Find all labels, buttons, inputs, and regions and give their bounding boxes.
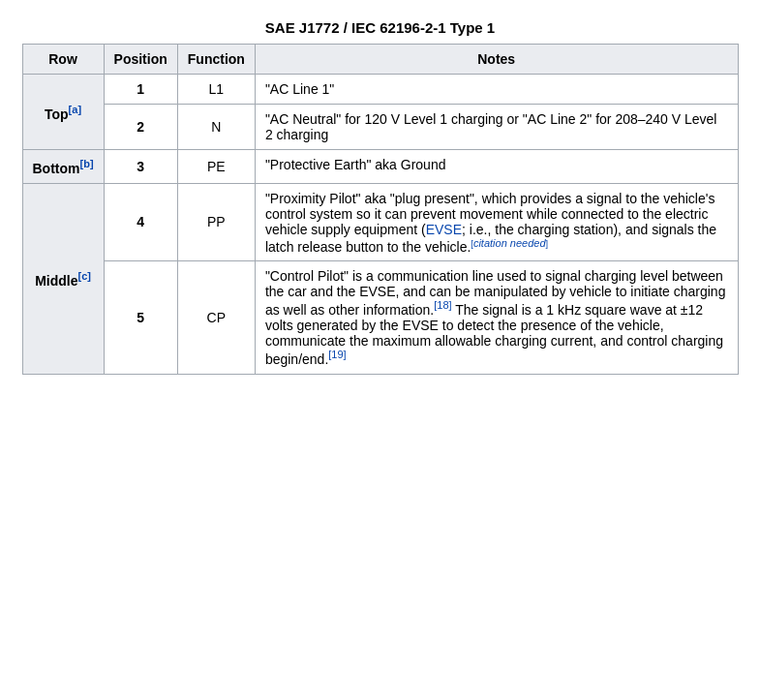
function-l1: L1 [177,75,255,105]
position-3: 3 [104,150,177,184]
function-pe: PE [177,150,255,184]
position-1: 1 [104,75,177,105]
table-title: SAE J1772 / IEC 62196-2-1 Type 1 [22,19,739,36]
evse-link[interactable]: EVSE [426,222,462,237]
row-label-bottom: Bottom[b] [22,150,104,184]
row-label-top: Top[a] [22,75,104,150]
table-row: Bottom[b] 3 PE "Protective Earth" aka Gr… [22,150,738,184]
footnote-a-link[interactable]: [a] [69,104,81,115]
table-row: Middle[c] 4 PP "Proximity Pilot" aka "pl… [22,183,738,261]
function-n: N [177,105,255,150]
footnote-c-link[interactable]: [c] [77,270,90,282]
table-container: SAE J1772 / IEC 62196-2-1 Type 1 Row Pos… [22,19,739,375]
citation-needed-link[interactable]: citation needed [473,237,546,249]
function-cp: CP [177,261,255,374]
notes-pp: "Proximity Pilot" aka "plug present", wh… [255,183,738,261]
notes-l1: "AC Line 1" [255,75,738,105]
col-header-position: Position [104,45,177,75]
footnote-b-link[interactable]: [b] [80,158,94,169]
function-pp: PP [177,183,255,261]
connector-table: Row Position Function Notes Top[a] 1 L1 … [22,44,739,375]
position-2: 2 [104,105,177,150]
position-5: 5 [104,261,177,374]
table-row: 2 N "AC Neutral" for 120 V Level 1 charg… [22,105,738,150]
col-header-function: Function [177,45,255,75]
col-header-row: Row [22,45,104,75]
ref-18-link[interactable]: [18] [434,299,451,311]
notes-n: "AC Neutral" for 120 V Level 1 charging … [255,105,738,150]
ref-19-link[interactable]: [19] [328,349,346,360]
notes-cp: "Control Pilot" is a communication line … [255,261,738,374]
table-row: Top[a] 1 L1 "AC Line 1" [22,75,738,105]
table-row: 5 CP "Control Pilot" is a communication … [22,261,738,374]
notes-pe: "Protective Earth" aka Ground [255,150,738,184]
col-header-notes: Notes [255,45,738,75]
position-4: 4 [104,183,177,261]
row-label-middle: Middle[c] [22,183,104,374]
